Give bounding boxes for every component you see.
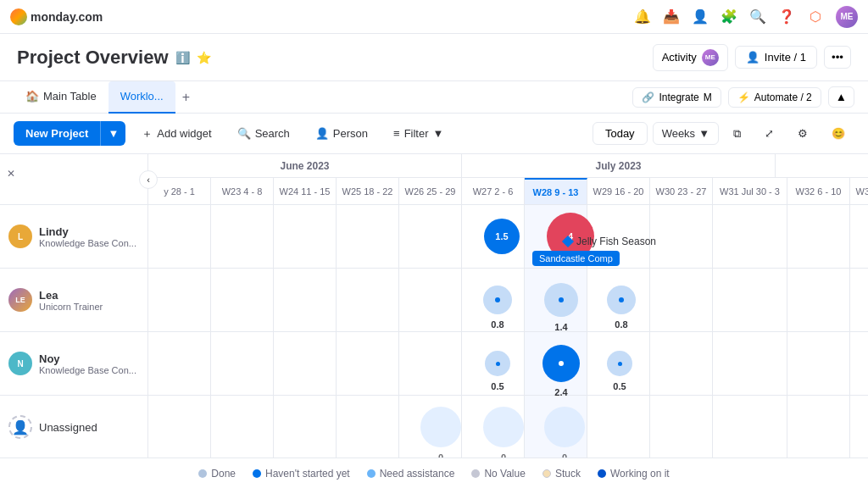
apps-icon[interactable]: 🧩	[721, 8, 737, 25]
collapse-left-button[interactable]: ‹	[139, 170, 158, 189]
cell-lea-0	[148, 269, 211, 331]
bubble-unassigned-2[interactable]: 0	[483, 407, 524, 447]
legend-label-working: Working on it	[610, 468, 670, 480]
help-icon[interactable]: ❓	[778, 8, 795, 25]
calendar-inner: June 2023 July 2023 August 2023 y 28 - 1…	[148, 154, 868, 458]
tabs-left: 🏠 Main Table Worklo... +	[14, 81, 197, 114]
cell-lea-9	[713, 269, 787, 331]
week-headers: y 28 - 1 W23 4 - 8 W24 11 - 15 W25 18 - …	[148, 178, 868, 205]
more-icon: •••	[832, 51, 843, 64]
tab-icon: 🏠	[25, 90, 39, 103]
week-cell-11: W33 13 - 17	[850, 178, 868, 204]
integrate-button[interactable]: 🔗 Integrate M	[632, 87, 721, 108]
person-button[interactable]: 👤 Person	[306, 122, 377, 145]
collapse-left-icon[interactable]: ✕	[7, 168, 15, 180]
legend-label-novalue: No Value	[484, 468, 525, 480]
legend-label-need: Need assistance	[380, 468, 455, 480]
activity-avatar: ME	[702, 49, 719, 66]
automate-button[interactable]: ⚡ Automate / 2	[728, 87, 821, 108]
unassigned-icon: 👤	[12, 419, 29, 435]
bubble-lea-3[interactable]: 0.8	[607, 286, 636, 314]
profile-icon[interactable]: 👤	[692, 8, 709, 25]
monday-apps-icon[interactable]: ⬡	[807, 8, 824, 25]
cell-unassigned-2	[274, 396, 337, 458]
legend-need-assistance: Need assistance	[367, 468, 455, 480]
left-panel: ✕ ‹ L Lindy Knowledge Base Con... LE Lea…	[0, 154, 148, 458]
activity-button[interactable]: Activity ME	[653, 44, 728, 71]
cell-unassigned-9	[713, 396, 787, 458]
bubble-unassigned-1[interactable]: 0	[420, 407, 461, 447]
toolbar: New Project ▼ ＋ Add widget 🔍 Search 👤 Pe…	[0, 114, 868, 154]
search-label: Search	[255, 127, 290, 140]
cell-lindy-0	[148, 205, 211, 268]
automate-icon: ⚡	[737, 92, 750, 103]
cell-lindy-9	[713, 205, 787, 268]
copy-button[interactable]: ⧉	[724, 122, 750, 146]
bubble-lindy-blue[interactable]: 1.5	[484, 219, 520, 254]
bubble-noy-3[interactable]: 0.5	[607, 351, 632, 376]
search-button[interactable]: 🔍 Search	[228, 122, 299, 145]
week-cell-3: W25 18 - 22	[337, 178, 399, 204]
cell-lea-8	[650, 269, 713, 331]
star-icon[interactable]: ⭐	[197, 51, 211, 64]
legend-no-value: No Value	[471, 468, 525, 480]
week-cell-2: W24 11 - 15	[274, 178, 337, 204]
bubble-lea-1[interactable]: 0.8	[483, 286, 512, 314]
jellyfish-event[interactable]: Jelly Fish Season	[564, 236, 656, 247]
cell-lea-10	[787, 269, 850, 331]
top-nav: monday.com 🔔 📥 👤 🧩 🔍 ❓ ⬡ ME	[0, 0, 868, 34]
bubble-unassigned-3[interactable]: 0	[544, 407, 585, 447]
calendar-scroll[interactable]: June 2023 July 2023 August 2023 y 28 - 1…	[148, 154, 868, 458]
today-button[interactable]: Today	[593, 122, 648, 145]
cell-unassigned-8	[650, 396, 713, 458]
activity-label: Activity	[662, 51, 697, 64]
bubble-noy-2[interactable]: 2.4	[542, 345, 580, 382]
bubble-noy-1[interactable]: 0.5	[485, 351, 510, 376]
add-widget-button[interactable]: ＋ Add widget	[132, 121, 220, 147]
filter-label: Filter	[404, 127, 429, 140]
bubble-lea-2[interactable]: 1.4	[544, 283, 578, 317]
cell-lindy-11	[850, 205, 868, 268]
filter-arrow: ▼	[433, 127, 444, 140]
cell-unassigned-3	[337, 396, 399, 458]
cell-lindy-1	[211, 205, 274, 268]
person-info-noy: Noy Knowledge Base Con...	[39, 352, 136, 375]
tab-main-table[interactable]: 🏠 Main Table	[14, 81, 108, 114]
collapse-button[interactable]: ▲	[828, 86, 854, 108]
legend: Done Haven't started yet Need assistance…	[0, 458, 868, 488]
tab-workload[interactable]: Worklo...	[108, 81, 175, 114]
invite-icon: 👤	[746, 51, 760, 64]
calendar-area: ✕ ‹ L Lindy Knowledge Base Con... LE Lea…	[0, 154, 868, 458]
cell-lea-3	[337, 269, 399, 331]
filter-button[interactable]: ≡ Filter ▼	[384, 122, 453, 145]
new-project-button[interactable]: New Project ▼	[14, 121, 125, 146]
legend-label-stuck: Stuck	[555, 468, 581, 480]
expand-button[interactable]: ⤢	[755, 122, 783, 145]
invite-button[interactable]: 👤 Invite / 1	[735, 46, 817, 69]
weeks-selector[interactable]: Weeks ▼	[653, 122, 719, 145]
cell-lindy-10	[787, 205, 850, 268]
inbox-icon[interactable]: 📥	[663, 8, 680, 25]
person-role-lindy: Knowledge Base Con...	[39, 238, 136, 248]
person-row-noy: N Noy Knowledge Base Con...	[0, 332, 147, 396]
tab-add-button[interactable]: +	[175, 90, 197, 105]
more-options-button[interactable]: •••	[824, 46, 851, 69]
info-icon[interactable]: ℹ️	[175, 51, 190, 64]
new-project-arrow[interactable]: ▼	[100, 121, 125, 146]
gmail-icon: M	[704, 92, 712, 103]
cell-lea-2	[274, 269, 337, 331]
logo-icon	[10, 8, 27, 25]
toolbar-right: Today Weeks ▼ ⧉ ⤢ ⚙ 😊	[593, 122, 854, 146]
person-icon: 👤	[315, 127, 329, 140]
header-actions: Activity ME 👤 Invite / 1 •••	[653, 44, 851, 71]
search-icon[interactable]: 🔍	[749, 8, 766, 25]
user-avatar[interactable]: ME	[836, 6, 858, 28]
sandcastle-event[interactable]: Sandcastle Comp	[532, 251, 620, 266]
cell-lindy-8	[650, 205, 713, 268]
notifications-icon[interactable]: 🔔	[634, 8, 651, 25]
settings-button[interactable]: ⚙	[788, 122, 817, 145]
emoji-button[interactable]: 😊	[822, 122, 854, 145]
person-row-lea: LE Lea Unicorn Trainer	[0, 269, 147, 332]
logo[interactable]: monday.com	[10, 8, 103, 25]
legend-stuck: Stuck	[542, 468, 581, 480]
